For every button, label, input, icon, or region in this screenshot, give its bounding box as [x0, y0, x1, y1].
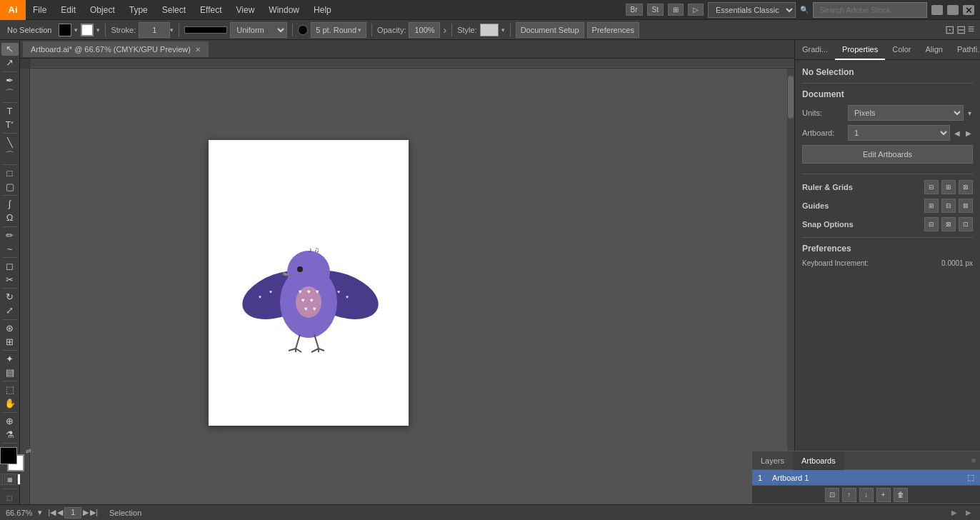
slice-tool[interactable]: ⬚: [1, 384, 19, 396]
menu-edit[interactable]: Edit: [54, 0, 83, 20]
menu-help[interactable]: Help: [306, 0, 339, 20]
ruler-icon-3[interactable]: ⊠: [959, 180, 973, 194]
units-select[interactable]: Pixels: [848, 105, 964, 121]
tab-align[interactable]: Align: [919, 40, 950, 60]
libraries-btn[interactable]: ⊞: [668, 4, 684, 16]
gradient-mode-btn[interactable]: ▦: [4, 474, 16, 485]
opacity-expand[interactable]: ›: [443, 24, 446, 36]
layers-tab[interactable]: Layers: [752, 451, 793, 470]
eyedropper-tool[interactable]: ⚗: [1, 428, 19, 441]
tab-color[interactable]: Color: [885, 40, 918, 60]
tab-properties[interactable]: Properties: [835, 40, 885, 60]
scale-tool[interactable]: ⤢: [1, 304, 19, 317]
bp-down-btn[interactable]: ↓: [859, 488, 874, 502]
screen-mode-btn[interactable]: ⬚: [1, 491, 19, 504]
tab-pathfinder[interactable]: Pathfi...: [950, 40, 980, 60]
style-arrow[interactable]: ▾: [501, 26, 505, 34]
ruler-icon-2[interactable]: ⊞: [941, 180, 956, 194]
panel-menu-icon[interactable]: ≡: [967, 456, 980, 464]
menu-file[interactable]: File: [26, 0, 54, 20]
bp-up-btn[interactable]: ↑: [842, 488, 856, 502]
guides-icon-2[interactable]: ⊟: [941, 199, 956, 213]
page-input[interactable]: [64, 507, 81, 519]
rounded-rect-tool[interactable]: ▢: [1, 181, 19, 194]
fill-arrow[interactable]: ▾: [74, 26, 78, 34]
snap-icon-2[interactable]: ⊠: [941, 217, 956, 231]
stock-btn[interactable]: St: [647, 4, 664, 16]
opacity-input[interactable]: [409, 22, 440, 38]
search-stock-input[interactable]: [813, 2, 927, 18]
ruler-icon-1[interactable]: ⊟: [924, 180, 939, 194]
rect-tool[interactable]: □: [1, 167, 19, 180]
tab-gradient[interactable]: Gradi...: [795, 40, 835, 60]
first-page-btn[interactable]: |◀: [48, 508, 56, 517]
canvas-area[interactable]: Artboard.ai* @ 66.67% (CMYK/GPU Preview)…: [20, 40, 794, 504]
pen-tool[interactable]: ✒: [1, 74, 19, 86]
pencil-tool[interactable]: ✏: [1, 229, 19, 241]
units-arrow[interactable]: ▾: [966, 109, 973, 117]
guides-icon-3[interactable]: ⊠: [959, 199, 973, 213]
type-tool[interactable]: T: [1, 105, 19, 118]
artboard-prev[interactable]: ◀: [953, 129, 961, 137]
style-box[interactable]: [480, 24, 499, 36]
free-transform-tool[interactable]: ⊞: [1, 335, 19, 348]
touch-type-tool[interactable]: Tʻ: [1, 119, 19, 131]
symbol-spray-tool[interactable]: ✦: [1, 353, 19, 366]
bp-add-btn[interactable]: +: [876, 488, 891, 502]
artboard-next[interactable]: ▶: [964, 129, 973, 137]
document-tab[interactable]: Artboard.ai* @ 66.67% (CMYK/GPU Preview)…: [23, 41, 209, 57]
preferences-button[interactable]: Preferences: [587, 22, 639, 38]
profile-select[interactable]: Uniform: [230, 22, 287, 38]
canvas-scroll[interactable]: ♥ ♥ ♥ ♥ ♥ ♥ ♥ ♥ ♥ ♥ ♥: [30, 69, 794, 486]
scrollbar-thumb[interactable]: [788, 76, 794, 119]
bridge-btn[interactable]: Br: [626, 4, 643, 16]
bp-delete-btn[interactable]: 🗑: [894, 488, 908, 502]
stroke-weight-input[interactable]: [139, 22, 170, 38]
scissors-tool[interactable]: ✂: [1, 274, 19, 286]
share-btn[interactable]: ▷: [688, 4, 704, 16]
selection-tool[interactable]: ↖: [1, 43, 19, 56]
guides-icon-1[interactable]: ⊞: [924, 199, 939, 213]
hand-tool[interactable]: ✋: [1, 397, 19, 410]
next-page-btn[interactable]: ▶: [83, 508, 89, 517]
column-graph-tool[interactable]: ▤: [1, 366, 19, 379]
menu-effect[interactable]: Effect: [193, 0, 229, 20]
smooth-tool[interactable]: ~: [1, 242, 19, 255]
maximize-button[interactable]: [947, 5, 959, 15]
panel-icon[interactable]: ⊟: [956, 23, 966, 36]
curvature-tool[interactable]: ⌒: [1, 87, 19, 100]
brush-profile-btn[interactable]: 5 pt. Round▾: [311, 22, 366, 38]
zoom-tool[interactable]: ⊕: [1, 414, 19, 427]
workspace-select[interactable]: Essentials Classic: [708, 2, 796, 18]
menu-select[interactable]: Select: [155, 0, 193, 20]
stroke-weight-arrow[interactable]: ▾: [170, 26, 174, 34]
tab-close-btn[interactable]: ✕: [195, 46, 201, 54]
menu-type[interactable]: Type: [122, 0, 155, 20]
warp-tool[interactable]: ⊛: [1, 321, 19, 334]
stroke-color-box[interactable]: [81, 24, 94, 36]
menu-object[interactable]: Object: [83, 0, 122, 20]
line-tool[interactable]: ╲: [1, 136, 19, 149]
menu-view[interactable]: View: [229, 0, 262, 20]
direct-select-tool[interactable]: ↗: [1, 56, 19, 69]
paintbrush-tool[interactable]: ∫: [1, 198, 19, 211]
stroke-line[interactable]: [184, 26, 227, 34]
artboard-list-item[interactable]: 1 Artboard 1 ⬚: [752, 470, 980, 485]
swap-fill-stroke[interactable]: ⇌: [26, 447, 31, 454]
arc-tool[interactable]: ⌒: [1, 149, 19, 162]
artboard-select[interactable]: 1: [848, 125, 950, 141]
artboards-tab[interactable]: Artboards: [793, 451, 844, 470]
stroke-arrow[interactable]: ▾: [96, 26, 100, 34]
edit-artboards-button[interactable]: Edit Artboards: [802, 145, 973, 164]
menu-icon[interactable]: ≡: [968, 23, 974, 36]
blob-brush-tool[interactable]: Ω: [1, 211, 19, 224]
snap-icon-3[interactable]: ⊡: [959, 217, 973, 231]
menu-window[interactable]: Window: [261, 0, 306, 20]
last-page-btn[interactable]: ▶|: [90, 508, 98, 517]
fill-box[interactable]: [0, 447, 17, 464]
minimize-button[interactable]: [931, 5, 943, 15]
fill-color-box[interactable]: [59, 24, 71, 36]
document-setup-button[interactable]: Document Setup: [516, 22, 584, 38]
color-mode-btn[interactable]: ■: [0, 474, 3, 485]
eraser-tool[interactable]: ◻: [1, 260, 19, 273]
